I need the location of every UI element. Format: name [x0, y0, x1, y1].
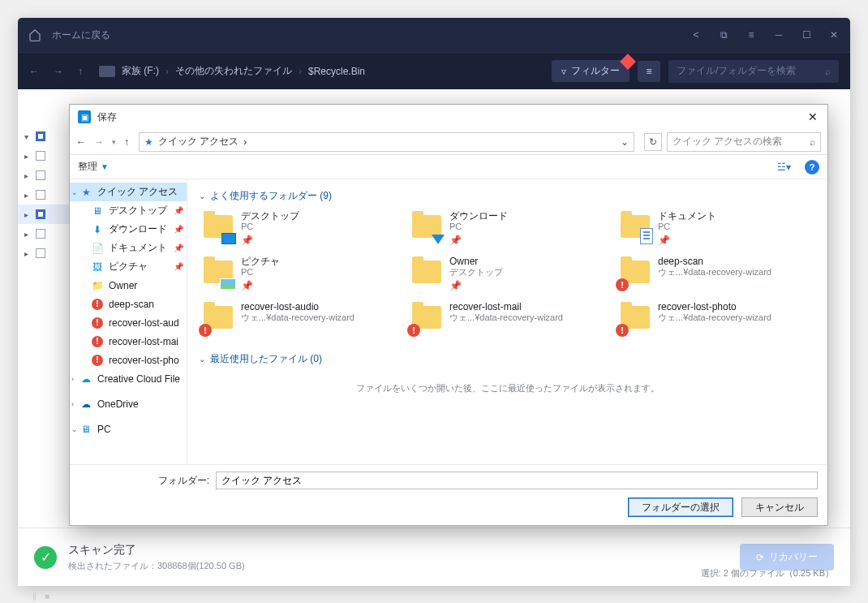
- folder-item[interactable]: Ownerデスクトップ📌: [407, 253, 608, 295]
- sidebar-item[interactable]: 📁Owner: [70, 276, 187, 295]
- stop-icon[interactable]: ■: [45, 592, 49, 601]
- folder-item[interactable]: ピクチャPC📌: [199, 253, 399, 295]
- folder-item[interactable]: ダウンロードPC📌: [407, 208, 608, 250]
- sidebar-item[interactable]: ⬇ダウンロード📌: [70, 220, 187, 239]
- section-frequent-label: よく使用するフォルダー (9): [210, 189, 332, 203]
- sidebar-item[interactable]: 🖼ピクチャ📌: [70, 257, 187, 276]
- sidebar-item[interactable]: ›☁Creative Cloud File: [70, 369, 187, 388]
- recent-dropdown-icon[interactable]: ▾: [112, 138, 116, 146]
- folder-icon: [202, 210, 234, 243]
- expand-icon[interactable]: ›: [71, 375, 74, 383]
- chevron-down-icon[interactable]: ⌄: [621, 136, 629, 148]
- pin-icon: 📌: [174, 206, 183, 215]
- view-toggle[interactable]: ≡: [638, 61, 660, 82]
- folder-icon: [410, 256, 443, 288]
- sidebar-item[interactable]: !recover-lost-aud: [70, 313, 187, 332]
- folder-name: recover-lost-audio: [241, 301, 355, 312]
- folder-icon: !: [619, 301, 651, 334]
- help-icon[interactable]: ?: [805, 160, 819, 174]
- chevron-down-icon: ⌄: [199, 355, 205, 364]
- section-recent-label: 最近使用したファイル (0): [210, 352, 322, 366]
- back-icon[interactable]: ←: [29, 66, 42, 77]
- address-text: クイック アクセス: [158, 135, 238, 149]
- monitor-icon: 🖥: [91, 205, 104, 217]
- view-mode-icon[interactable]: ☳▾: [772, 159, 795, 175]
- up-icon[interactable]: ↑: [78, 66, 91, 77]
- file-tree[interactable]: ▾ ▸ ▸ ▸ ▸ ▸ ▸: [18, 127, 76, 528]
- folder-icon: 📁: [91, 280, 104, 291]
- close-icon[interactable]: ✕: [827, 28, 840, 41]
- bc-1[interactable]: その他の失われたファイル: [175, 64, 292, 78]
- bc-2[interactable]: $Recycle.Bin: [308, 66, 365, 77]
- folder-item[interactable]: !deep-scanウェ...¥data-recovery-wizard: [616, 253, 816, 295]
- pause-icon[interactable]: ‖: [32, 592, 37, 601]
- home-icon[interactable]: [28, 28, 42, 42]
- sidebar-item[interactable]: !recover-lost-pho: [70, 351, 187, 369]
- select-folder-button[interactable]: フォルダーの選択: [628, 497, 733, 517]
- section-frequent[interactable]: ⌄ よく使用するフォルダー (9): [199, 189, 816, 203]
- download-icon: [432, 235, 445, 244]
- onedrive-icon: ☁: [79, 398, 92, 410]
- up-icon[interactable]: ↑: [124, 136, 129, 148]
- expand-icon[interactable]: ›: [71, 400, 74, 408]
- folder-item[interactable]: ドキュメントPC📌: [616, 208, 816, 250]
- status-bar: ✓ スキャン完了 検出されたファイル：308868個(120.50 GB) ⟳ …: [18, 528, 850, 586]
- close-icon[interactable]: ✕: [806, 110, 819, 123]
- folder-name-input[interactable]: [216, 472, 818, 489]
- filter-button[interactable]: ▿ フィルター: [552, 60, 630, 82]
- sidebar-item[interactable]: ⌄★クイック アクセス: [70, 183, 187, 201]
- sidebar-item[interactable]: 🖥デスクトップ📌: [70, 201, 187, 220]
- recent-empty-msg: ファイルをいくつか開いた後、ここに最近使ったファイルが表示されます。: [199, 382, 816, 394]
- warning-icon: !: [407, 324, 420, 337]
- filter-label: フィルター: [571, 64, 620, 78]
- cancel-button[interactable]: キャンセル: [741, 497, 818, 517]
- picker-search-input[interactable]: クイック アクセスの検索 ⌕: [667, 132, 821, 152]
- sidebar-item[interactable]: !deep-scan: [70, 295, 187, 313]
- sidebar-item-label: ドキュメント: [109, 241, 167, 255]
- minimize-icon[interactable]: ─: [772, 28, 785, 41]
- sidebar-item-label: Creative Cloud File: [97, 373, 180, 385]
- refresh-icon[interactable]: ↻: [644, 133, 662, 151]
- address-bar[interactable]: ★ クイック アクセス › ⌄: [139, 132, 634, 152]
- section-recent[interactable]: ⌄ 最近使用したファイル (0): [199, 352, 816, 366]
- organize-menu[interactable]: 整理 ▼: [78, 160, 109, 174]
- chevron-down-icon: ▼: [101, 162, 109, 171]
- folder-name: デスクトップ: [241, 210, 299, 222]
- folder-item[interactable]: !recover-lost-photoウェ...¥data-recovery-w…: [616, 299, 816, 341]
- sidebar-item[interactable]: ›☁OneDrive: [70, 394, 187, 413]
- folder-icon: !: [202, 301, 234, 334]
- folder-location: PC: [241, 267, 280, 278]
- sidebar-item-label: デスクトップ: [109, 204, 167, 218]
- maximize-icon[interactable]: ☐: [800, 28, 813, 41]
- pin-icon: 📌: [658, 235, 716, 246]
- search-input[interactable]: ファイル/フォルダーを検索 ⌕: [668, 60, 839, 83]
- home-label[interactable]: ホームに戻る: [52, 28, 110, 42]
- breadcrumb: 家族 (F:) › その他の失われたファイル › $Recycle.Bin: [99, 64, 365, 78]
- folder-item[interactable]: デスクトップPC📌: [199, 208, 399, 250]
- folder-location: PC: [449, 222, 508, 232]
- bc-0[interactable]: 家族 (F:): [122, 64, 159, 78]
- document-icon: [640, 228, 653, 244]
- sidebar-item-label: Owner: [109, 280, 137, 291]
- recover-icon: ⟳: [756, 552, 764, 563]
- sidebar-item[interactable]: 📄ドキュメント📌: [70, 239, 187, 257]
- sidebar-item[interactable]: ⌄🖥PC: [70, 420, 187, 438]
- folder-name: ダウンロード: [449, 210, 508, 222]
- export-icon[interactable]: ⧉: [717, 28, 730, 41]
- folder-field-label: フォルダー:: [153, 474, 209, 488]
- folder-name: Owner: [449, 256, 503, 267]
- expand-icon[interactable]: ⌄: [71, 425, 78, 433]
- folder-item[interactable]: !recover-lost-mailウェ...¥data-recovery-wi…: [407, 299, 608, 341]
- pc-icon: 🖥: [79, 424, 92, 435]
- pin-icon: 📌: [241, 235, 299, 246]
- back-icon[interactable]: ←: [76, 136, 86, 148]
- folder-name: deep-scan: [658, 256, 771, 267]
- forward-icon[interactable]: →: [54, 66, 67, 77]
- sidebar-item[interactable]: !recover-lost-mai: [70, 332, 187, 351]
- folder-item[interactable]: !recover-lost-audioウェ...¥data-recovery-w…: [199, 299, 399, 341]
- share-icon[interactable]: <: [690, 28, 703, 41]
- organize-label: 整理: [78, 160, 97, 174]
- folder-name: recover-lost-mail: [449, 301, 563, 312]
- expand-icon[interactable]: ⌄: [71, 188, 78, 196]
- menu-icon[interactable]: ≡: [745, 28, 758, 41]
